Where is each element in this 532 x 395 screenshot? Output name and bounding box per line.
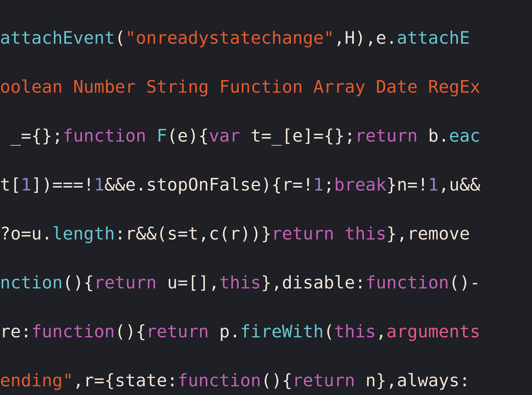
- tok-punct: ;: [324, 175, 334, 195]
- tok-identifier: fireWith: [240, 321, 324, 341]
- tok-number: 1: [313, 175, 324, 195]
- tok-code: ?o=u.: [0, 223, 52, 243]
- tok-code: ,r={state:: [73, 370, 177, 390]
- tok-punct: ,H),e.: [334, 28, 397, 48]
- tok-keyword: return: [94, 272, 157, 292]
- tok-punct: (){: [261, 370, 292, 390]
- tok-number: 1: [428, 175, 439, 195]
- tok-identifier: nction: [0, 272, 63, 292]
- tok-number: 1: [21, 175, 31, 195]
- tok-code: }n=!: [386, 175, 428, 195]
- tok-number: 1: [94, 175, 104, 195]
- tok-keyword: this: [334, 321, 376, 341]
- code-line: t[1])===!1&&e.stopOnFalse){r=!1;break}n=…: [0, 172, 532, 197]
- code-line: _={};function F(e){var t=_[e]={};return …: [0, 123, 532, 148]
- tok-string: "onreadystatechange": [125, 28, 334, 48]
- tok-punct: (){: [115, 321, 146, 341]
- tok-string: ending": [0, 370, 73, 390]
- tok-identifier: attachEvent: [0, 28, 115, 48]
- tok-punct: (){: [63, 272, 94, 292]
- tok-code: &&e.stopOnFalse){r=!: [104, 175, 313, 195]
- code-line: ending",r={state:function(){return n},al…: [0, 368, 532, 393]
- tok-keyword: return: [146, 321, 209, 341]
- tok-code: },disable:: [261, 272, 365, 292]
- tok-code: re:: [0, 321, 31, 341]
- code-line: attachEvent("onreadystatechange",H),e.at…: [0, 26, 532, 50]
- tok-identifier: length: [52, 223, 115, 243]
- code-line: nction(){return u=[],this},disable:funct…: [0, 270, 532, 295]
- tok-keyword: function: [366, 272, 449, 292]
- tok-punct: (: [324, 321, 334, 341]
- tok-code: u=[],: [157, 272, 219, 292]
- tok-code: :r&&(s=t,c(r))}: [115, 223, 271, 243]
- tok-punct: _={};: [0, 126, 63, 146]
- tok-punct: (e){: [167, 126, 209, 146]
- tok-punct: ,: [376, 321, 386, 341]
- tok-keyword: break: [334, 175, 386, 195]
- tok-keyword: function: [31, 321, 115, 341]
- code-line: ?o=u.length:r&&(s=t,c(r))}return this},r…: [0, 221, 532, 246]
- tok-keyword: this: [219, 272, 261, 292]
- code-line: oolean Number String Function Array Date…: [0, 74, 532, 99]
- tok-string: oolean Number String Function Array Date…: [0, 77, 480, 97]
- tok-punct: b.: [418, 126, 449, 146]
- tok-keyword: return this: [272, 223, 386, 243]
- tok-punct: t=_[e]={};: [240, 126, 355, 146]
- tok-code: ,u&&: [439, 175, 480, 195]
- tok-punct: (: [115, 28, 125, 48]
- tok-identifier: attachE: [397, 28, 470, 48]
- tok-keyword: return: [355, 126, 418, 146]
- tok-code: p.: [209, 321, 240, 341]
- tok-code: n},always:: [355, 370, 470, 390]
- tok-code: },remove: [386, 223, 470, 243]
- tok-punct: ])===!: [31, 175, 94, 195]
- tok-keyword: return: [292, 370, 355, 390]
- tok-keyword: function: [63, 126, 146, 146]
- tok-identifier: F: [146, 126, 167, 146]
- code-line: re:function(){return p.fireWith(this,arg…: [0, 319, 532, 344]
- tok-identifier: eac: [449, 126, 480, 146]
- tok-keyword: var: [209, 126, 240, 146]
- tok-punct: t[: [0, 175, 21, 195]
- tok-code: ()-: [449, 272, 480, 292]
- tok-keyword: function: [177, 370, 261, 390]
- tok-builtin: arguments: [386, 321, 480, 341]
- code-editor[interactable]: attachEvent("onreadystatechange",H),e.at…: [0, 0, 532, 395]
